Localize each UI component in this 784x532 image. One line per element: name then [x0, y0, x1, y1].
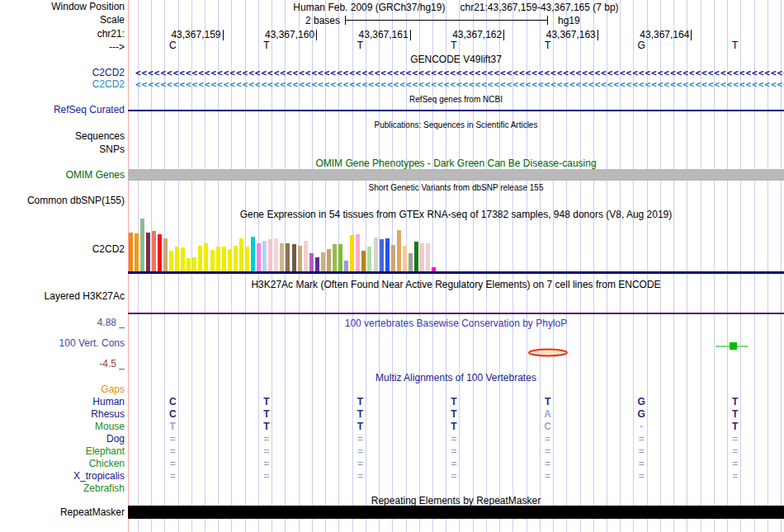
gtex-bar[interactable]: [385, 238, 390, 271]
gaps-label[interactable]: Gaps: [0, 384, 125, 395]
species-label-elephant[interactable]: Elephant: [0, 446, 125, 457]
gtex-bar[interactable]: [344, 261, 348, 271]
species-label-human[interactable]: Human: [0, 397, 125, 407]
gtex-bar[interactable]: [367, 247, 371, 271]
ruler-tick-mark: [316, 30, 317, 40]
gtex-bar[interactable]: [409, 253, 413, 271]
gene-label-c2cd2-2[interactable]: C2CD2: [0, 79, 125, 90]
gtex-bar[interactable]: [298, 246, 302, 271]
base-letter: G: [631, 40, 651, 51]
gtex-bar[interactable]: [315, 257, 319, 271]
gtex-bar[interactable]: [374, 238, 378, 271]
species-label-x_tropicalis[interactable]: X_tropicalis: [0, 471, 125, 482]
alignment-cell: =: [257, 446, 276, 457]
gtex-bar[interactable]: [175, 247, 179, 271]
sequences-label[interactable]: Sequences: [0, 131, 125, 142]
alignment-cell: T: [444, 409, 464, 420]
ruler-tick-label: 43,367,161: [334, 30, 409, 40]
omim-title: OMIM Gene Phenotypes - Dark Green Can Be…: [128, 158, 784, 169]
omim-label[interactable]: OMIM Genes: [0, 170, 125, 181]
gtex-bar[interactable]: [222, 247, 226, 271]
ruler-tick-mark: [691, 30, 692, 40]
gtex-bar[interactable]: [292, 244, 296, 271]
phylop-label[interactable]: 100 Vert. Cons: [0, 338, 125, 349]
gtex-bar[interactable]: [361, 251, 366, 271]
species-label-dog[interactable]: Dog: [0, 434, 125, 445]
repeatmasker-bar[interactable]: [128, 506, 784, 519]
gtex-bar[interactable]: [198, 246, 202, 271]
gtex-bar[interactable]: [181, 247, 185, 271]
gencode-title: GENCODE V49lift37: [128, 54, 784, 65]
phylop-negative-marker[interactable]: [527, 347, 569, 358]
gtex-bar[interactable]: [187, 258, 191, 271]
h3k27ac-title: H3K27Ac Mark (Often Found Near Active Re…: [128, 280, 784, 290]
gene-label-c2cd2-1[interactable]: C2CD2: [0, 68, 125, 78]
gtex-gene-label[interactable]: C2CD2: [0, 244, 125, 255]
species-label-mouse[interactable]: Mouse: [0, 421, 125, 432]
phylop-axis-min: -4.5 _: [0, 359, 125, 370]
h3k27ac-signal-line[interactable]: [128, 313, 784, 314]
gtex-bar[interactable]: [239, 238, 243, 271]
gtex-bar[interactable]: [333, 244, 337, 271]
gtex-bar[interactable]: [309, 253, 314, 271]
gtex-bar[interactable]: [321, 252, 325, 271]
gene-arrows-c2cd2-1[interactable]: <<<<<<<<<<<<<<<<<<<<<<<<<<<<<<<<<<<<<<<<…: [135, 68, 784, 78]
ruler-tick-mark: [223, 30, 224, 40]
gtex-bar[interactable]: [327, 249, 331, 271]
gtex-bar[interactable]: [129, 233, 133, 271]
refseq-label[interactable]: RefSeq Curated: [0, 105, 125, 115]
scale-label: Scale: [0, 15, 125, 26]
alignment-cell: G: [631, 409, 651, 420]
gtex-bar[interactable]: [350, 235, 354, 271]
ruler-tick-mark: [503, 30, 504, 40]
gtex-bar[interactable]: [216, 247, 220, 271]
gtex-bar[interactable]: [158, 234, 162, 271]
gtex-bar[interactable]: [169, 251, 173, 271]
gtex-bar[interactable]: [268, 239, 272, 271]
gtex-bar[interactable]: [338, 244, 342, 271]
gtex-bar[interactable]: [135, 233, 139, 271]
gtex-bar[interactable]: [192, 257, 196, 271]
alignment-cell: =: [538, 446, 558, 457]
gtex-bar[interactable]: [262, 241, 267, 271]
phylop-positive-marker[interactable]: [730, 342, 737, 350]
gtex-bar[interactable]: [228, 249, 232, 271]
gtex-bar[interactable]: [146, 233, 150, 271]
gtex-bar[interactable]: [356, 234, 360, 271]
ruler-tick-label: 43,367,160: [240, 30, 314, 40]
gtex-bar[interactable]: [163, 238, 168, 271]
gtex-bar[interactable]: [234, 246, 238, 271]
gtex-bar[interactable]: [420, 243, 424, 271]
gtex-bar[interactable]: [274, 238, 278, 271]
gtex-bar[interactable]: [245, 247, 249, 271]
gtex-bar[interactable]: [152, 231, 156, 271]
snps-label[interactable]: SNPs: [0, 144, 125, 155]
repeatmasker-label[interactable]: RepeatMasker: [0, 507, 125, 518]
ruler-tick-mark: [597, 30, 598, 40]
gtex-bar[interactable]: [257, 243, 261, 271]
gtex-bar[interactable]: [403, 246, 407, 271]
gtex-bar[interactable]: [286, 243, 290, 271]
omim-gene-bar[interactable]: [128, 169, 784, 181]
gtex-bar[interactable]: [426, 243, 430, 271]
gene-arrows-c2cd2-2[interactable]: <<<<<<<<<<<<<<<<<<<<<<<<<<<<<<<<<<<<<<<<…: [135, 79, 784, 90]
species-label-chicken[interactable]: Chicken: [0, 459, 125, 469]
gtex-bar[interactable]: [380, 239, 384, 271]
gtex-bar[interactable]: [304, 241, 308, 271]
gtex-bar[interactable]: [280, 243, 284, 271]
refseq-gene-line[interactable]: [128, 110, 784, 111]
alignment-cell: T: [725, 409, 745, 420]
species-label-zebrafish[interactable]: Zebrafish: [0, 483, 125, 494]
base-letter: T: [257, 40, 276, 51]
scale-assembly: hg19: [558, 15, 580, 26]
gtex-bar[interactable]: [140, 219, 144, 271]
gtex-bar[interactable]: [391, 245, 395, 271]
dbsnp-label[interactable]: Common dbSNP(155): [0, 195, 125, 206]
gtex-bar[interactable]: [204, 243, 208, 271]
gtex-bar[interactable]: [210, 250, 215, 271]
gtex-bar[interactable]: [397, 230, 401, 271]
gtex-bar[interactable]: [414, 242, 418, 271]
species-label-rhesus[interactable]: Rhesus: [0, 409, 125, 420]
h3k27ac-label[interactable]: Layered H3K27Ac: [0, 291, 125, 302]
gtex-bar[interactable]: [251, 237, 255, 271]
